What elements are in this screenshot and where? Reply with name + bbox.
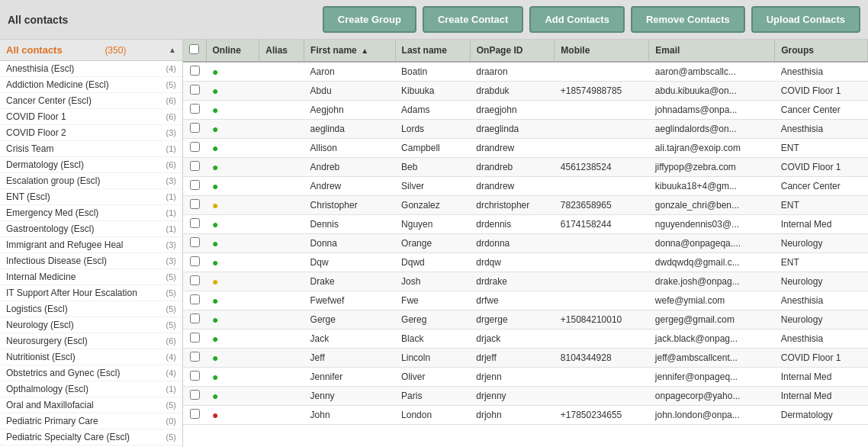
row-check-3[interactable] (190, 123, 200, 133)
row-check-2[interactable] (190, 104, 200, 114)
sidebar-item-18[interactable]: Nutritionist (Escl)(4) (0, 349, 182, 365)
row-check-17[interactable] (190, 390, 200, 400)
row-check-13[interactable] (190, 314, 200, 323)
col-checkbox[interactable] (183, 40, 206, 62)
sidebar-item-17[interactable]: Neurosurgery (Escl)(6) (0, 333, 182, 349)
col-groups[interactable]: Groups (775, 40, 868, 62)
row-checkbox-1[interactable] (183, 82, 206, 101)
row-check-7[interactable] (190, 199, 200, 209)
row-checkbox-7[interactable] (183, 196, 206, 215)
row-firstname-5: Andreb (304, 158, 395, 177)
row-checkbox-5[interactable] (183, 158, 206, 177)
sidebar-item-15[interactable]: Logistics (Escl)(5) (0, 301, 182, 317)
row-checkbox-4[interactable] (183, 139, 206, 158)
row-groups-18: Dermatology (775, 406, 868, 425)
status-icon-3: ● (212, 123, 218, 135)
row-checkbox-6[interactable] (183, 177, 206, 196)
table-row: ● Jeff Lincoln drjeff 8104344928 jeff@am… (183, 349, 868, 368)
row-checkbox-11[interactable] (183, 272, 206, 291)
row-status-14: ● (206, 330, 259, 349)
row-status-6: ● (206, 177, 259, 196)
row-check-0[interactable] (190, 66, 200, 76)
row-check-15[interactable] (190, 352, 200, 362)
sidebar-item-0[interactable]: Anesthisia (Escl)(4) (0, 61, 182, 77)
row-status-11: ● (206, 272, 259, 291)
status-icon-11: ● (212, 275, 218, 288)
sidebar-item-count-12: (3) (166, 256, 176, 265)
sidebar-item-4[interactable]: COVID Floor 2(3) (0, 125, 182, 141)
sidebar-item-11[interactable]: Immigrant and Refugee Heal(3) (0, 237, 182, 253)
sidebar-item-21[interactable]: Oral and Maxillofacial(5) (0, 397, 182, 413)
sidebar-item-14[interactable]: IT Support After Hour Escalation(5) (0, 285, 182, 301)
row-check-10[interactable] (190, 256, 200, 266)
sidebar: All contacts (350) ▲ Anesthisia (Escl)(4… (0, 40, 183, 447)
sidebar-item-8[interactable]: ENT (Escl)(1) (0, 189, 182, 205)
sidebar-item-22[interactable]: Pediatric Primary Care(0) (0, 413, 182, 429)
upload-contacts-button[interactable]: Upload Contacts (751, 6, 860, 33)
row-checkbox-10[interactable] (183, 253, 206, 272)
col-email[interactable]: Email (649, 40, 775, 62)
row-checkbox-8[interactable] (183, 215, 206, 234)
add-contacts-button[interactable]: Add Contacts (529, 6, 625, 33)
row-check-18[interactable] (190, 409, 200, 419)
row-checkbox-9[interactable] (183, 234, 206, 253)
status-icon-13: ● (212, 314, 218, 326)
row-check-9[interactable] (190, 237, 200, 247)
sidebar-item-13[interactable]: Internal Medicine(5) (0, 269, 182, 285)
col-online[interactable]: Online (206, 40, 259, 62)
row-email-10: dwdqwdq@gmail.c... (649, 253, 775, 272)
sidebar-item-1[interactable]: Addiction Medicine (Escl)(5) (0, 77, 182, 93)
row-check-14[interactable] (190, 333, 200, 342)
row-check-8[interactable] (190, 218, 200, 228)
row-checkbox-16[interactable] (183, 368, 206, 387)
row-checkbox-17[interactable] (183, 387, 206, 406)
sidebar-item-7[interactable]: Escalation group (Escl)(3) (0, 173, 182, 189)
sidebar-item-6[interactable]: Dermatology (Escl)(6) (0, 157, 182, 173)
create-contact-button[interactable]: Create Contact (423, 6, 523, 33)
row-checkbox-3[interactable] (183, 120, 206, 139)
sidebar-item-16[interactable]: Neurology (Escl)(5) (0, 317, 182, 333)
row-check-11[interactable] (190, 275, 200, 285)
col-lastname[interactable]: Last name (395, 40, 470, 62)
row-check-12[interactable] (190, 294, 200, 304)
row-check-16[interactable] (190, 371, 200, 381)
col-alias[interactable]: Alias (259, 40, 304, 62)
row-email-16: jennifer@onpageq... (649, 368, 775, 387)
row-checkbox-2[interactable] (183, 101, 206, 120)
row-groups-12: Anesthisia (775, 291, 868, 310)
sidebar-item-12[interactable]: Infectious Disease (Escl)(3) (0, 253, 182, 269)
sidebar-item-9[interactable]: Emergency Med (Escl)(1) (0, 205, 182, 221)
row-check-6[interactable] (190, 180, 200, 190)
create-group-button[interactable]: Create Group (323, 6, 416, 33)
row-check-5[interactable] (190, 161, 200, 171)
select-all-checkbox[interactable] (189, 44, 199, 54)
col-mobile[interactable]: Mobile (555, 40, 649, 62)
col-onpageid[interactable]: OnPage ID (470, 40, 555, 62)
sidebar-all-contacts[interactable]: All contacts (350) ▲ (0, 40, 182, 61)
sidebar-item-5[interactable]: Crisis Team(1) (0, 141, 182, 157)
sidebar-item-3[interactable]: COVID Floor 1(6) (0, 109, 182, 125)
row-check-4[interactable] (190, 142, 200, 152)
row-checkbox-0[interactable] (183, 62, 206, 82)
table-row: ● Drake Josh drdrake drake.josh@onpag...… (183, 272, 868, 291)
contacts-table: Online Alias First name ▲ Last name OnPa… (183, 40, 868, 425)
row-checkbox-15[interactable] (183, 349, 206, 368)
col-firstname[interactable]: First name ▲ (304, 40, 395, 62)
row-status-16: ● (206, 368, 259, 387)
sidebar-item-10[interactable]: Gastroentology (Escl)(1) (0, 221, 182, 237)
sidebar-item-2[interactable]: Cancer Center (Escl)(6) (0, 93, 182, 109)
row-groups-3: Anesthisia (775, 120, 868, 139)
sidebar-item-count-3: (6) (166, 112, 176, 121)
sidebar-item-count-15: (5) (166, 304, 176, 314)
sidebar-item-23[interactable]: Pediatric Specialty Care (Escl)(5) (0, 429, 182, 445)
sidebar-item-20[interactable]: Opthalmology (Escl)(1) (0, 381, 182, 397)
remove-contacts-button[interactable]: Remove Contacts (631, 6, 745, 33)
status-icon-18: ● (212, 409, 218, 421)
row-checkbox-14[interactable] (183, 330, 206, 349)
row-checkbox-12[interactable] (183, 291, 206, 310)
sidebar-item-19[interactable]: Obstetrics and Gynec (Escl)(4) (0, 365, 182, 381)
row-check-1[interactable] (190, 85, 200, 95)
row-firstname-16: Jennifer (304, 368, 395, 387)
row-checkbox-13[interactable] (183, 310, 206, 330)
row-checkbox-18[interactable] (183, 406, 206, 425)
